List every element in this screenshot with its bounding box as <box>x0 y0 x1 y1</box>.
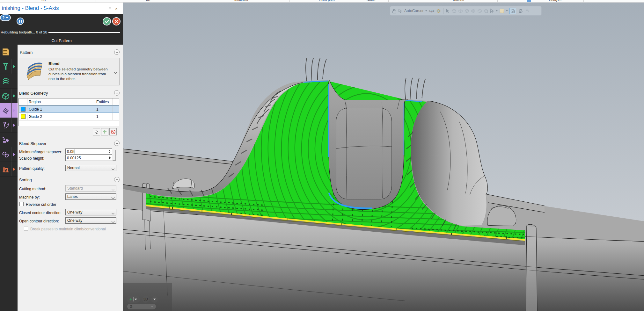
holder-icon <box>2 77 10 85</box>
ribbon-separator <box>388 0 389 3</box>
stepper-arrows[interactable] <box>107 155 112 161</box>
guide2-entities[interactable]: 1 <box>95 113 113 120</box>
open-contour-select[interactable]: One way <box>65 217 116 224</box>
ribbon-group-analyze[interactable]: Analyze <box>549 0 561 2</box>
close-icon[interactable]: × <box>114 7 119 11</box>
select-body-icon <box>465 9 469 13</box>
sidebar-item-toolpath-type[interactable] <box>0 45 18 59</box>
min-stepover-input[interactable]: 0.05 <box>65 148 112 155</box>
ribbon-separator <box>96 0 96 3</box>
collapse-blend-geometry-button[interactable] <box>114 90 120 96</box>
sidebar-item-tool-axis-control[interactable] <box>0 118 18 133</box>
select-face-icon <box>458 9 463 13</box>
select-window-icon[interactable] <box>490 9 494 13</box>
table-header: Region Entities <box>19 98 119 105</box>
reselect-geometry-button[interactable] <box>93 128 100 135</box>
pattern-card[interactable]: Blend Cut the selected geometry between … <box>19 58 120 85</box>
remove-geometry-button[interactable] <box>109 128 117 135</box>
collapse-sorting-button[interactable] <box>114 177 120 182</box>
flyout-arrow-icon[interactable] <box>13 65 15 68</box>
column-entities[interactable]: Entities <box>95 98 113 105</box>
gview-selector[interactable]: G: <box>127 304 156 309</box>
pattern-quality-select[interactable]: Normal <box>65 165 116 171</box>
flyout-arrow-icon[interactable] <box>13 168 15 171</box>
linking-icon <box>2 150 10 159</box>
collapse-blend-stepover-button[interactable] <box>114 141 120 146</box>
select-cursor-icon <box>94 129 99 134</box>
check-icon <box>105 20 109 23</box>
pin-icon[interactable] <box>108 7 112 11</box>
sidebar-item-cut-pattern[interactable] <box>0 103 18 118</box>
ribbon-group-even-path[interactable]: Even path <box>319 0 335 2</box>
plus-icon: + <box>129 297 132 301</box>
scallop-height-input[interactable]: 0.00125 <box>65 155 112 161</box>
toolpath-type-icon <box>2 48 10 56</box>
panel-header: ? Rebuilding toolpath... 0 of 28 Cut Pat… <box>0 14 123 45</box>
add-view-button[interactable]: + <box>127 296 140 303</box>
gear-icon[interactable] <box>436 9 441 13</box>
sidebar-item-linking[interactable] <box>0 147 18 162</box>
refresh-selection-icon[interactable] <box>518 8 523 14</box>
flyout-arrow-icon[interactable] <box>13 94 15 98</box>
sidebar-item-stock[interactable] <box>0 89 18 103</box>
graphics-viewport[interactable]: AutoCursor x,y,z <box>123 3 644 311</box>
sidebar-item-machine[interactable] <box>0 162 18 177</box>
cancel-button[interactable] <box>112 17 121 25</box>
min-stepover-label: Minimum/target stepover: <box>19 150 62 154</box>
ok-button[interactable] <box>103 17 111 25</box>
table-row-guide-1[interactable]: Guide 1 1 <box>19 105 119 113</box>
sidebar-item-tool[interactable] <box>0 59 18 74</box>
view-options-button[interactable] <box>151 296 158 303</box>
view-mode-badge[interactable]: 3D <box>142 296 149 303</box>
chevron-down-icon[interactable] <box>496 10 498 11</box>
flyout-arrow-icon[interactable] <box>13 124 15 127</box>
panel-title: inishing - Blend - 5-Axis <box>2 5 59 11</box>
guide2-region[interactable]: Guide 2 <box>27 113 95 120</box>
ribbon-group-3d[interactable]: 3D <box>146 0 150 2</box>
autocursor-label[interactable]: AutoCursor <box>404 9 424 13</box>
cut-pattern-page: Pattern Blend Cut the selected geometry … <box>18 45 123 311</box>
lock-icon[interactable] <box>392 9 397 13</box>
selection-mask-icon[interactable] <box>499 8 504 13</box>
pause-button[interactable] <box>17 18 24 25</box>
select-vertex-icon <box>484 9 488 13</box>
sidebar-item-holder[interactable] <box>0 74 18 89</box>
autocursor-icon[interactable] <box>398 9 403 13</box>
section-blend-stepover: Blend Stepover <box>19 141 46 146</box>
guide1-region[interactable]: Guide 1 <box>27 106 95 112</box>
sidebar-item-collision-control[interactable] <box>0 133 18 147</box>
flyout-arrow-icon[interactable] <box>13 153 15 156</box>
progress-bar <box>48 32 120 33</box>
viewport-3d-scene[interactable] <box>123 3 644 311</box>
chevron-down-icon[interactable] <box>506 10 508 11</box>
add-geometry-button[interactable] <box>101 128 108 135</box>
closed-contour-select[interactable]: One way <box>65 209 116 215</box>
progress-count: 0 of 28 <box>36 30 47 34</box>
table-empty-row <box>19 120 119 123</box>
column-region[interactable]: Region <box>27 98 95 105</box>
machine-by-select[interactable]: Lanes <box>65 193 116 200</box>
ribbon-group-multiaxis[interactable]: Multiaxis <box>234 0 248 2</box>
guide1-color-swatch[interactable] <box>21 107 26 112</box>
collapse-pattern-button[interactable] <box>114 49 120 55</box>
ribbon-group-2d[interactable]: 2D <box>41 0 46 2</box>
blend-geometry-table[interactable]: Region Entities Guide 1 1 Guide 2 1 <box>18 98 119 126</box>
table-row-guide-2[interactable]: Guide 2 1 <box>19 113 119 120</box>
guide2-color-swatch[interactable] <box>21 114 26 119</box>
ribbon-group-stock[interactable]: Stock <box>367 0 376 2</box>
help-button[interactable]: ? <box>0 14 11 21</box>
pattern-description: Cut the selected geometry between curves… <box>48 67 111 81</box>
reverse-cut-order-checkbox[interactable] <box>19 202 24 206</box>
chevron-down-icon[interactable] <box>425 10 427 11</box>
stepper-arrows[interactable] <box>107 149 112 154</box>
guide1-entities[interactable]: 1 <box>95 106 113 112</box>
undo-selection-icon <box>525 9 530 13</box>
select-arrow-icon[interactable] <box>446 9 450 13</box>
xyz-entry-icon[interactable]: x,y,z <box>429 9 435 12</box>
ribbon-group-utilities[interactable]: Utilities <box>453 0 464 2</box>
ribbon-separator <box>583 0 584 3</box>
flyout-arrow-icon[interactable] <box>13 109 15 112</box>
feature-select-button-active[interactable] <box>509 8 516 14</box>
select-back-icon <box>477 9 482 13</box>
chevron-down-icon[interactable] <box>113 69 119 74</box>
